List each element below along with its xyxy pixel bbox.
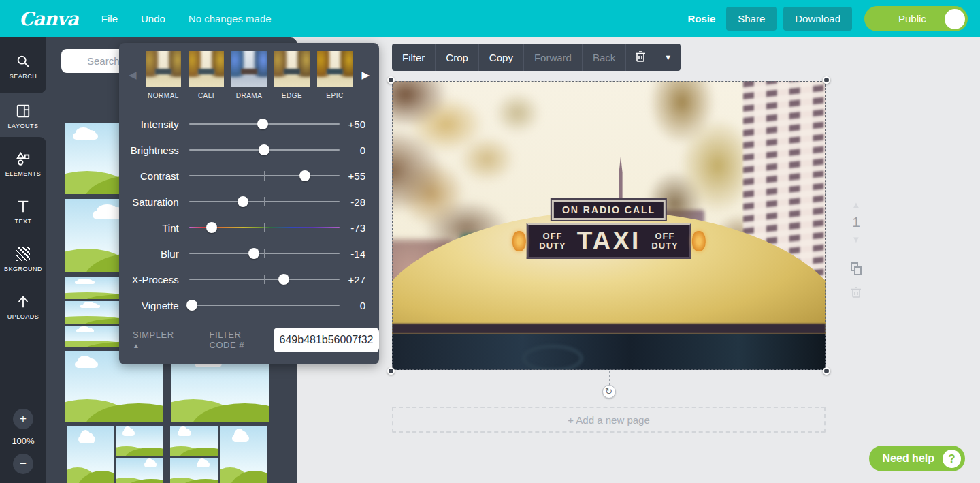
slider-row-saturation: Saturation -28 bbox=[119, 195, 379, 208]
slider-label: Tint bbox=[119, 222, 179, 234]
filter-preset-normal[interactable]: NORMAL bbox=[146, 51, 181, 99]
sidebar-label: TEXT bbox=[14, 218, 31, 225]
sidebar-label: SEARCH bbox=[10, 73, 37, 80]
selected-image[interactable]: ON RADIO CALL OFFDUTY TAXI OFFDUTY ↻ bbox=[392, 81, 826, 370]
slider-value: -28 bbox=[340, 196, 365, 208]
public-label: Public bbox=[898, 13, 926, 25]
sidebar-label: LAYOUTS bbox=[8, 123, 39, 129]
vignette-slider[interactable] bbox=[189, 298, 340, 312]
toggle-knob-icon[interactable] bbox=[945, 9, 965, 29]
sidebar-item-search[interactable]: SEARCH bbox=[0, 44, 46, 88]
slider-handle[interactable] bbox=[238, 196, 248, 207]
slider-handle[interactable] bbox=[299, 170, 310, 181]
background-icon bbox=[15, 246, 31, 262]
zoom-out-button[interactable]: − bbox=[13, 454, 33, 474]
menu-file[interactable]: File bbox=[101, 13, 118, 25]
slider-row-xprocess: X-Process +27 bbox=[119, 272, 379, 286]
resize-handle-bottom-left[interactable] bbox=[387, 367, 395, 375]
filter-preset-epic[interactable]: EPIC bbox=[317, 51, 353, 99]
layout-template-card[interactable] bbox=[67, 426, 163, 483]
layout-template-card[interactable] bbox=[170, 426, 267, 483]
crop-button[interactable]: Crop bbox=[436, 44, 479, 71]
slider-label: Contrast bbox=[119, 170, 179, 182]
add-new-page-button[interactable]: + Add a new page bbox=[392, 407, 826, 433]
slider-value: 0 bbox=[340, 144, 365, 156]
slider-handle[interactable] bbox=[257, 119, 268, 129]
resize-handle-bottom-right[interactable] bbox=[823, 367, 830, 375]
add-page-label: + Add a new page bbox=[568, 414, 650, 426]
page-number: 1 bbox=[847, 214, 866, 230]
left-sidebar: SEARCH LAYOUTS ELEMENTS TEXT BKGROUND UP… bbox=[0, 37, 46, 483]
intensity-slider[interactable] bbox=[189, 117, 340, 131]
more-options-button[interactable]: ▼ bbox=[655, 44, 681, 71]
top-header: Canva File Undo No changes made Rosie Sh… bbox=[0, 0, 980, 37]
simpler-toggle[interactable]: SIMPLER ▲ bbox=[133, 330, 174, 350]
need-help-button[interactable]: Need help ? bbox=[869, 446, 965, 471]
slider-row-intensity: Intensity +50 bbox=[119, 117, 379, 131]
back-button[interactable]: Back bbox=[583, 44, 626, 71]
xprocess-slider[interactable] bbox=[189, 272, 340, 286]
filter-panel: ◀ ▶ NORMAL CALI DRAMA EDGE EPIC Intensit… bbox=[119, 43, 379, 364]
preset-label: EPIC bbox=[326, 92, 343, 99]
filter-preset-drama[interactable]: DRAMA bbox=[231, 51, 267, 99]
sidebar-item-elements[interactable]: ELEMENTS bbox=[0, 142, 46, 185]
layouts-icon bbox=[15, 103, 31, 119]
sidebar-label: BKGROUND bbox=[4, 266, 42, 272]
sidebar-item-text[interactable]: TEXT bbox=[0, 189, 46, 233]
move-page-down-icon[interactable]: ▼ bbox=[847, 234, 866, 245]
rotate-handle[interactable]: ↻ bbox=[602, 385, 616, 399]
slider-handle[interactable] bbox=[186, 300, 197, 311]
slider-label: Saturation bbox=[119, 196, 179, 208]
question-mark-icon: ? bbox=[943, 450, 961, 468]
download-button[interactable]: Download bbox=[783, 7, 852, 31]
canva-logo[interactable]: Canva bbox=[19, 8, 78, 29]
brightness-slider[interactable] bbox=[189, 143, 340, 157]
slider-row-contrast: Contrast +55 bbox=[119, 169, 379, 183]
user-name[interactable]: Rosie bbox=[687, 13, 715, 25]
slider-handle[interactable] bbox=[248, 248, 259, 259]
slider-label: Vignette bbox=[119, 300, 179, 311]
slider-handle[interactable] bbox=[259, 144, 270, 155]
blur-slider[interactable] bbox=[189, 247, 340, 260]
slider-value: -73 bbox=[340, 222, 365, 234]
slider-handle[interactable] bbox=[206, 222, 217, 233]
sidebar-item-uploads[interactable]: UPLOADS bbox=[0, 285, 46, 328]
move-page-up-icon[interactable]: ▲ bbox=[847, 200, 866, 210]
simpler-label: SIMPLER bbox=[133, 330, 174, 340]
sidebar-item-layouts[interactable]: LAYOUTS bbox=[0, 94, 46, 138]
tint-slider[interactable] bbox=[189, 221, 340, 234]
public-toggle[interactable]: Public bbox=[864, 6, 968, 31]
need-help-label: Need help bbox=[883, 452, 934, 465]
windshield bbox=[392, 334, 826, 370]
slider-handle[interactable] bbox=[278, 274, 289, 285]
duplicate-page-icon[interactable] bbox=[851, 262, 862, 275]
forward-button[interactable]: Forward bbox=[524, 44, 583, 71]
copy-button[interactable]: Copy bbox=[479, 44, 524, 71]
collapse-arrow-icon: ▲ bbox=[133, 342, 140, 349]
resize-handle-top-left[interactable] bbox=[387, 76, 395, 84]
slider-row-tint: Tint -73 bbox=[119, 221, 379, 234]
share-button[interactable]: Share bbox=[726, 7, 777, 31]
roof-rim bbox=[392, 324, 826, 334]
delete-page-icon[interactable] bbox=[847, 286, 866, 301]
chevron-down-icon: ▼ bbox=[664, 53, 672, 61]
sidebar-item-background[interactable]: BKGROUND bbox=[0, 237, 46, 281]
taxi-lamp-right bbox=[692, 231, 706, 251]
contrast-slider[interactable] bbox=[189, 169, 340, 183]
preset-label: EDGE bbox=[282, 92, 302, 99]
resize-handle-top-right[interactable] bbox=[823, 76, 830, 84]
elements-icon bbox=[15, 151, 31, 167]
preset-label: CALI bbox=[198, 92, 214, 99]
delete-button[interactable] bbox=[626, 44, 655, 71]
filter-code-input[interactable] bbox=[274, 328, 379, 352]
saturation-slider[interactable] bbox=[189, 195, 340, 208]
menu-undo[interactable]: Undo bbox=[141, 13, 165, 25]
zoom-in-button[interactable]: + bbox=[13, 409, 33, 429]
slider-label: Intensity bbox=[119, 119, 179, 130]
filter-code-label: FILTER CODE # bbox=[210, 330, 265, 350]
zoom-level: 100% bbox=[12, 436, 34, 446]
taxi-offduty-sign: OFFDUTY TAXI OFFDUTY bbox=[526, 223, 691, 259]
filter-preset-edge[interactable]: EDGE bbox=[274, 51, 310, 99]
filter-button[interactable]: Filter bbox=[392, 44, 436, 71]
filter-preset-cali[interactable]: CALI bbox=[189, 51, 224, 99]
